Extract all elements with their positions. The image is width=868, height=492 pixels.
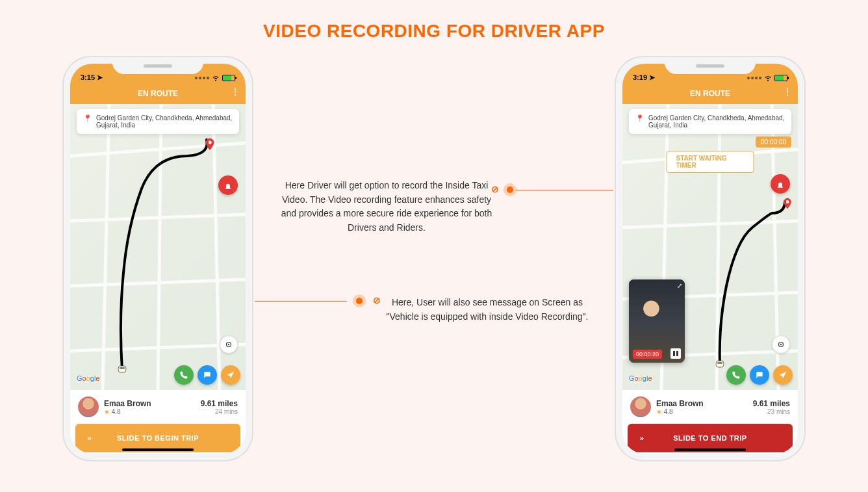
- car-icon: [116, 363, 129, 376]
- destination-pin-icon: [781, 195, 794, 212]
- call-button[interactable]: [726, 365, 746, 385]
- car-icon: [713, 357, 726, 370]
- phone-mockup-left: 3:15 ➤ EN ROUTE ⋮ 📍 Godrej Garden City, …: [64, 57, 252, 460]
- status-time: 3:19: [633, 73, 647, 81]
- rider-rating: ★ 4.8: [656, 408, 704, 415]
- location-arrow-icon: ➤: [649, 73, 655, 81]
- slider-label: SLIDE TO END TRIP: [656, 434, 793, 442]
- wifi-icon: [764, 74, 772, 82]
- chevron-right-icon: »: [75, 434, 104, 442]
- phone-notch: [665, 57, 756, 74]
- chat-icon: [203, 370, 212, 380]
- pin-icon: 📍: [635, 114, 645, 123]
- map-view[interactable]: 📍 Godrej Garden City, Chandkheda, Ahmeda…: [622, 104, 798, 390]
- eta-value: 24 mins: [201, 408, 238, 415]
- connector-line-top: [516, 190, 613, 190]
- page-title: VIDEO RECORDING FOR DRIVER APP: [0, 0, 868, 42]
- phone-notch: [112, 57, 203, 74]
- rider-name: Emaa Brown: [656, 399, 704, 408]
- crosshair-icon: [776, 340, 785, 349]
- chat-icon: [755, 370, 764, 380]
- distance-value: 9.61 miles: [753, 399, 790, 408]
- pin-icon: 📍: [83, 114, 92, 123]
- sos-button[interactable]: [771, 174, 790, 194]
- call-button[interactable]: [174, 365, 194, 385]
- home-indicator: [122, 448, 194, 451]
- recording-time: 00:00:20: [633, 350, 662, 359]
- home-indicator: [674, 448, 746, 451]
- eta-value: 23 mins: [753, 408, 790, 415]
- wifi-icon: [212, 74, 220, 82]
- map-roads: [70, 104, 246, 390]
- expand-icon[interactable]: ⤢: [677, 282, 682, 289]
- screen-header: EN ROUTE ⋮: [622, 83, 798, 104]
- status-time: 3:15: [81, 73, 95, 81]
- slider-label: SLIDE TO BEGIN TRIP: [104, 434, 240, 442]
- address-text: Godrej Garden City, Chandkheda, Ahmedaba…: [96, 114, 233, 129]
- navigate-button[interactable]: [221, 365, 240, 385]
- svg-rect-5: [717, 362, 722, 364]
- signal-icon: [195, 77, 209, 79]
- phone-icon: [732, 370, 741, 380]
- address-card[interactable]: 📍 Godrej Garden City, Chandkheda, Ahmeda…: [629, 109, 791, 134]
- crosshair-icon: [224, 340, 233, 349]
- start-waiting-timer-button[interactable]: START WAITING TIMER: [667, 151, 754, 173]
- signal-icon: [747, 77, 761, 79]
- header-title: EN ROUTE: [690, 89, 730, 98]
- svg-point-3: [228, 344, 229, 345]
- more-icon[interactable]: ⋮: [231, 87, 239, 96]
- phone-mockup-right: 3:19 ➤ EN ROUTE ⋮ 📍 Godrej Garden City, …: [616, 57, 804, 460]
- google-logo: Google: [77, 374, 100, 382]
- chat-button[interactable]: [750, 365, 769, 385]
- star-icon: ★: [656, 408, 662, 415]
- more-icon[interactable]: ⋮: [784, 87, 791, 96]
- address-card[interactable]: 📍 Godrej Garden City, Chandkheda, Ahmeda…: [77, 109, 239, 134]
- rider-rating: ★ 4.8: [104, 408, 151, 415]
- svg-rect-1: [120, 367, 125, 369]
- address-text: Godrej Garden City, Chandkheda, Ahmedaba…: [648, 114, 785, 129]
- battery-icon: [222, 75, 235, 81]
- pause-button[interactable]: [670, 348, 681, 359]
- header-title: EN ROUTE: [138, 89, 178, 98]
- phone-icon: [179, 370, 188, 380]
- connector-dot-bottom: [356, 298, 363, 304]
- navigate-button[interactable]: [773, 365, 793, 385]
- battery-icon: [774, 75, 787, 81]
- avatar: [630, 396, 651, 417]
- rider-name: Emaa Brown: [104, 399, 151, 408]
- connector-line-bottom: [255, 301, 347, 302]
- rider-card: Emaa Brown ★ 4.8 9.61 miles 23 mins: [622, 390, 798, 424]
- chat-button[interactable]: [198, 365, 217, 385]
- video-preview[interactable]: ⤢ 00:00:20: [629, 279, 685, 363]
- location-arrow-icon: ➤: [97, 73, 103, 81]
- rider-card: Emaa Brown ★ 4.8 9.61 miles 24 mins: [70, 390, 246, 424]
- sos-button[interactable]: [218, 175, 238, 195]
- annotation-top: Here Driver will get option to record th…: [279, 179, 494, 235]
- distance-value: 9.61 miles: [201, 399, 238, 408]
- svg-point-7: [780, 344, 782, 345]
- annotation-bottom: Here, User will also see message on Scre…: [377, 296, 598, 324]
- star-icon: ★: [104, 408, 110, 415]
- navigate-icon: [226, 370, 235, 380]
- navigate-icon: [778, 370, 787, 380]
- locate-button[interactable]: [220, 335, 238, 354]
- screen-header: EN ROUTE ⋮: [70, 83, 246, 104]
- google-logo: Google: [629, 374, 652, 382]
- chevron-right-icon: »: [628, 434, 656, 442]
- connector-dot-top: [507, 187, 513, 193]
- siren-icon: [223, 181, 233, 190]
- destination-pin-icon: [203, 135, 217, 153]
- timer-badge: 00:00:00: [756, 136, 791, 148]
- siren-icon: [776, 179, 785, 188]
- locate-button[interactable]: [772, 335, 790, 354]
- avatar: [78, 396, 99, 417]
- map-view[interactable]: 📍 Godrej Garden City, Chandkheda, Ahmeda…: [70, 104, 246, 390]
